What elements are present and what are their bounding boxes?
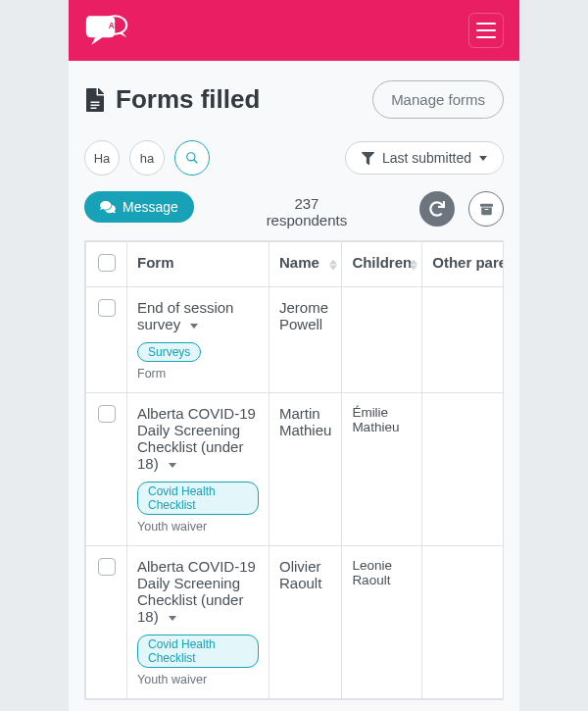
form-subtype: Youth waiver [137, 673, 259, 686]
col-name[interactable]: Name [270, 242, 342, 287]
cell-form: End of session surveySurveysForm [127, 287, 270, 393]
cell-other [422, 546, 504, 699]
sort-label: Last submitted [382, 150, 471, 166]
row-menu-toggle[interactable] [169, 616, 176, 621]
table-row: Alberta COVID-19 Daily Screening Checkli… [86, 546, 505, 699]
col-form[interactable]: Form [127, 242, 270, 287]
form-subtype: Youth waiver [137, 520, 259, 533]
form-tag[interactable]: Covid Health Checklist [137, 635, 259, 668]
form-tag[interactable]: Surveys [137, 342, 201, 362]
message-button[interactable]: Message [84, 191, 194, 223]
filter-pill-2[interactable]: ha [129, 140, 165, 176]
page-title-text: Forms filled [116, 84, 260, 115]
sort-icon [410, 259, 417, 270]
col-other[interactable]: Other parent [422, 242, 504, 287]
table-row: Alberta COVID-19 Daily Screening Checkli… [86, 393, 505, 546]
page-title: Forms filled [84, 84, 260, 115]
cell-children: Leonie Raoult [342, 546, 422, 699]
cell-other [422, 393, 504, 546]
navbar: AM [69, 0, 519, 61]
svg-line-3 [194, 160, 198, 164]
refresh-button[interactable] [419, 191, 455, 227]
brand-logo[interactable]: AM [84, 12, 129, 49]
cell-name: Martin Mathieu [270, 393, 342, 546]
cell-children [342, 287, 422, 393]
form-subtype: Form [137, 367, 259, 381]
forms-table: Form Name Children Other parent End of s… [84, 240, 504, 700]
sort-dropdown[interactable]: Last submitted [345, 141, 504, 175]
cell-children: Émilie Mathieu [342, 393, 422, 546]
manage-forms-button[interactable]: Manage forms [372, 80, 504, 119]
search-button[interactable] [174, 140, 210, 176]
select-all-checkbox[interactable] [98, 254, 116, 272]
svg-point-2 [187, 153, 195, 161]
table-row: End of session surveySurveysFormJerome P… [86, 287, 505, 393]
form-tag[interactable]: Covid Health Checklist [137, 482, 259, 515]
col-children[interactable]: Children [342, 242, 422, 287]
search-icon [185, 151, 199, 165]
archive-icon [479, 203, 494, 216]
form-name: Alberta COVID-19 Daily Screening Checkli… [137, 405, 256, 472]
comments-icon [100, 200, 116, 214]
chevron-down-icon [479, 156, 487, 161]
cell-name: Jerome Powell [270, 287, 342, 393]
row-checkbox[interactable] [98, 558, 116, 576]
cell-other [422, 287, 504, 393]
row-menu-toggle[interactable] [190, 324, 198, 329]
file-icon [84, 88, 106, 112]
funnel-icon [362, 152, 374, 165]
cell-name: Olivier Raoult [270, 546, 342, 699]
menu-toggle[interactable] [468, 13, 504, 48]
sort-icon [329, 259, 337, 270]
row-checkbox[interactable] [98, 405, 116, 423]
form-name: Alberta COVID-19 Daily Screening Checkli… [137, 558, 256, 625]
row-menu-toggle[interactable] [169, 463, 176, 468]
message-label: Message [122, 199, 178, 215]
form-name: End of session survey [137, 299, 233, 332]
refresh-icon [429, 201, 445, 217]
filter-pill-1[interactable]: Ha [84, 140, 120, 176]
cell-form: Alberta COVID-19 Daily Screening Checkli… [127, 393, 270, 546]
cell-form: Alberta COVID-19 Daily Screening Checkli… [127, 546, 270, 699]
row-checkbox[interactable] [98, 299, 116, 317]
svg-text:AM: AM [109, 22, 122, 30]
archive-button[interactable] [468, 191, 504, 227]
respondents-count: 237 respondents [208, 191, 406, 229]
